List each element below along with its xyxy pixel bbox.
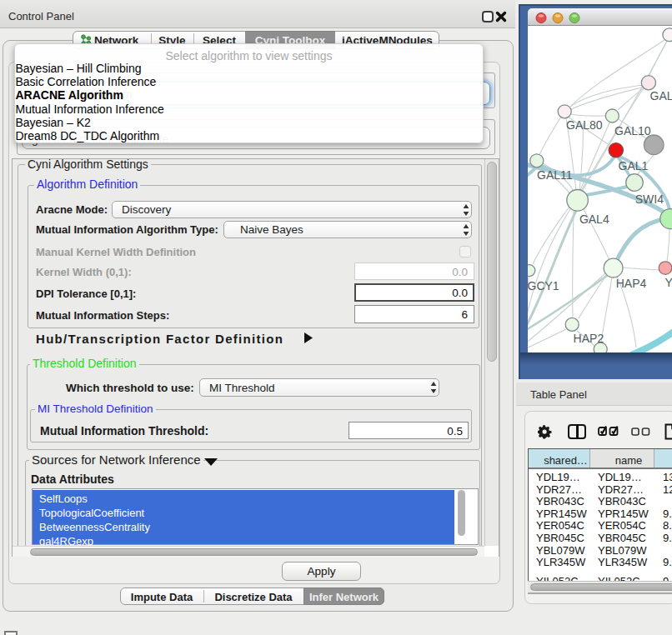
svg-text:GAL1: GAL1 (619, 159, 649, 172)
svg-text:GCY1: GCY1 (528, 279, 559, 292)
svg-text:GAL10: GAL10 (614, 124, 651, 138)
svg-text:HAP2: HAP2 (574, 332, 604, 345)
svg-text:GAL80: GAL80 (566, 118, 603, 132)
svg-text:GAL4: GAL4 (579, 212, 609, 226)
svg-text:HAP4: HAP4 (616, 277, 647, 290)
svg-text:GAL7: GAL7 (650, 89, 672, 102)
svg-text:YJ: YJ (665, 276, 672, 289)
svg-text:SWI4: SWI4 (635, 192, 664, 206)
svg-text:GAL11: GAL11 (537, 168, 573, 182)
